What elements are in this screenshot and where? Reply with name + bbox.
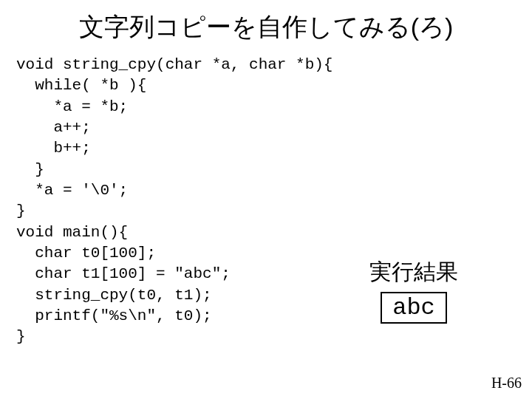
page-number: H-66: [491, 375, 522, 392]
result-label: 実行結果: [369, 257, 458, 287]
result-output: abc: [381, 292, 447, 324]
slide-title: 文字列コピーを自作してみる(ろ): [0, 0, 532, 50]
result-area: 実行結果 abc: [369, 257, 458, 324]
